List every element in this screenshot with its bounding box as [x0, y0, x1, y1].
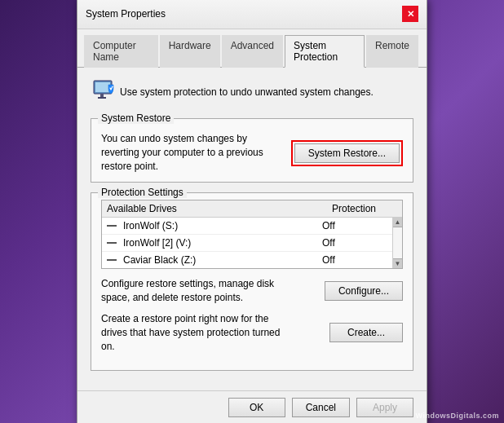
system-restore-description: You can undo system changes by reverting…: [101, 132, 264, 173]
drive-status-0: Off: [322, 220, 387, 231]
svg-rect-2: [100, 94, 104, 97]
system-restore-label: System Restore: [98, 112, 174, 124]
tab-advanced[interactable]: Advanced: [222, 35, 283, 68]
apply-button[interactable]: Apply: [356, 398, 413, 417]
drives-header-protection: Protection: [332, 203, 397, 214]
drives-list: IronWolf (S:) Off IronWolf [2] (V:) Off: [102, 218, 392, 268]
drive-name-1: IronWolf [2] (V:): [107, 237, 322, 249]
system-properties-dialog: System Properties ✕ Computer Name Hardwa…: [77, 0, 427, 423]
title-bar: System Properties ✕: [77, 0, 427, 29]
drives-header-name: Available Drives: [107, 203, 332, 214]
system-restore-button[interactable]: System Restore...: [294, 143, 400, 163]
drive-dash-icon: [107, 242, 117, 244]
close-button[interactable]: ✕: [402, 6, 418, 22]
system-restore-button-highlight: System Restore...: [291, 140, 403, 166]
watermark: WindowsDigitals.com: [416, 412, 499, 420]
info-text: Use system protection to undo unwanted s…: [120, 86, 374, 98]
create-row: Create a restore point right now for the…: [101, 312, 403, 353]
tab-computer-name[interactable]: Computer Name: [84, 35, 158, 68]
scrollbar-track: [393, 227, 402, 258]
system-restore-content: You can undo system changes by reverting…: [101, 127, 403, 173]
drives-table-header: Available Drives Protection: [102, 200, 402, 218]
configure-row: Configure restore settings, manage disk …: [101, 277, 403, 305]
tab-content: Use system protection to undo unwanted s…: [77, 68, 427, 390]
drive-dash-icon: [107, 225, 117, 227]
scrollbar[interactable]: ▲ ▼: [392, 218, 402, 268]
system-protection-icon: [91, 77, 120, 107]
ok-button[interactable]: OK: [228, 398, 285, 417]
configure-text: Configure restore settings, manage disk …: [101, 277, 281, 305]
drives-table-body: IronWolf (S:) Off IronWolf [2] (V:) Off: [102, 218, 402, 268]
table-row[interactable]: IronWolf [2] (V:) Off: [102, 235, 392, 252]
drive-status-2: Off: [322, 254, 387, 266]
svg-rect-1: [95, 82, 110, 92]
protection-settings-label: Protection Settings: [98, 187, 187, 198]
scrollbar-down-arrow[interactable]: ▼: [393, 258, 402, 268]
cancel-button[interactable]: Cancel: [292, 398, 350, 417]
tab-bar: Computer Name Hardware Advanced System P…: [77, 29, 427, 68]
create-button[interactable]: Create...: [329, 323, 403, 342]
drives-table: Available Drives Protection IronWolf (S:…: [101, 200, 403, 269]
table-row[interactable]: IronWolf (S:) Off: [102, 218, 392, 235]
configure-button[interactable]: Configure...: [325, 281, 403, 301]
drive-status-1: Off: [322, 237, 387, 249]
table-row[interactable]: Caviar Black (Z:) Off: [102, 252, 392, 268]
protection-settings-section: Protection Settings Available Drives Pro…: [91, 192, 413, 371]
tab-system-protection[interactable]: System Protection: [285, 35, 365, 68]
drive-name-2: Caviar Black (Z:): [107, 254, 322, 266]
drive-name-0: IronWolf (S:): [107, 220, 322, 231]
create-text: Create a restore point right now for the…: [101, 312, 281, 353]
svg-rect-3: [98, 97, 106, 99]
drive-dash-icon: [107, 259, 117, 261]
scrollbar-up-arrow[interactable]: ▲: [393, 218, 402, 227]
tab-remote[interactable]: Remote: [366, 35, 418, 68]
info-row: Use system protection to undo unwanted s…: [91, 77, 413, 107]
tab-hardware[interactable]: Hardware: [160, 35, 220, 68]
window-title: System Properties: [86, 8, 166, 20]
system-restore-section: System Restore You can undo system chang…: [91, 118, 413, 182]
bottom-buttons: OK Cancel Apply: [77, 390, 427, 423]
